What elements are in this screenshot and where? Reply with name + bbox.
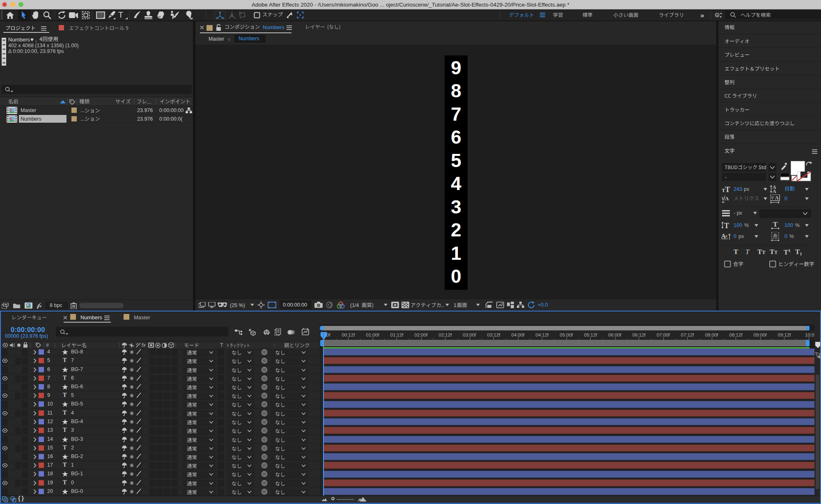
svg-text:a: a <box>725 233 727 238</box>
svg-text:T: T <box>724 222 729 229</box>
svg-text:A: A <box>773 188 776 193</box>
svg-text:T: T <box>773 221 778 228</box>
svg-text:A: A <box>725 195 729 202</box>
svg-text:A: A <box>775 195 779 201</box>
svg-text:V: V <box>771 195 775 201</box>
svg-text:T: T <box>725 186 730 193</box>
